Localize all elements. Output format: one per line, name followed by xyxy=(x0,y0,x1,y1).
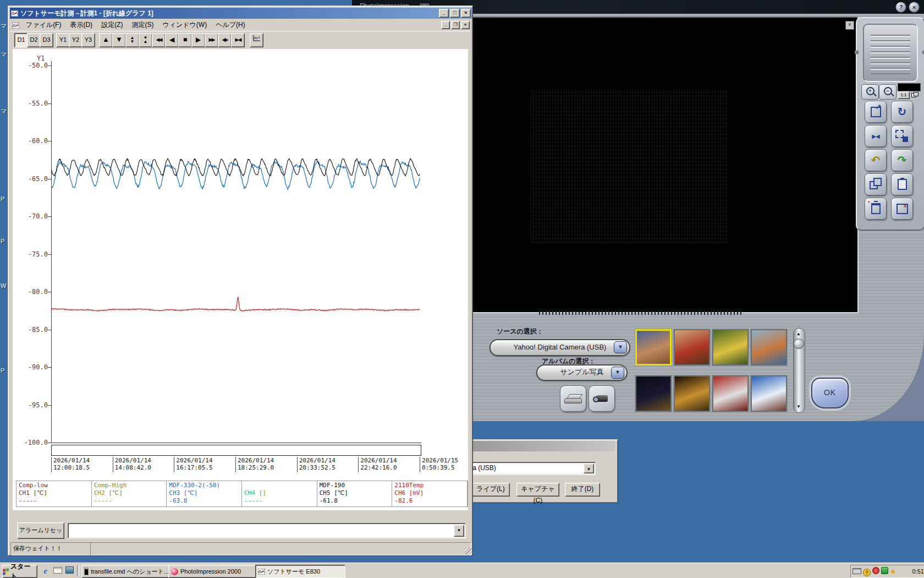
scroll-down-icon[interactable]: ▼ xyxy=(794,402,803,411)
alert-tray-icon[interactable]: ? xyxy=(863,566,871,576)
zoom-1to1-button[interactable]: 1:1 xyxy=(898,91,910,99)
dialog-button-キャプチャ(C)[interactable]: キャプチャ(C) xyxy=(516,483,559,497)
menu-ファイル(F)[interactable]: ファイル(F) xyxy=(21,20,65,30)
x-tick-label: 2026/01/1420:33:52.5 xyxy=(297,457,352,472)
chevron-down-icon[interactable]: ▼ xyxy=(584,464,594,473)
ok-button[interactable]: OK xyxy=(811,378,849,408)
toolbar-D1-button[interactable]: D1 xyxy=(14,33,28,47)
copy-button[interactable] xyxy=(865,173,887,195)
cascade-windows-icon[interactable] xyxy=(910,91,920,98)
close-button[interactable]: × xyxy=(909,2,920,13)
alarm-combo[interactable]: ▼ xyxy=(68,523,466,538)
scanner-button[interactable] xyxy=(560,385,586,412)
redo-button[interactable]: ↷ xyxy=(891,149,913,171)
legend-cell-CH4: CH4 []----- xyxy=(242,481,317,506)
record-tray-icon[interactable] xyxy=(872,566,879,576)
toolbar-down-icon[interactable]: ▼ xyxy=(112,33,126,47)
resize-grip[interactable] xyxy=(465,548,471,554)
taskbar-task-2[interactable]: PhotoImpression 2000 xyxy=(168,565,258,578)
toolbar-Y2-button[interactable]: Y2 xyxy=(69,33,82,47)
thumbnail-sky-clouds[interactable] xyxy=(751,375,787,412)
thumbnail-rock-spires[interactable] xyxy=(635,329,672,366)
chevron-down-icon[interactable]: ▼ xyxy=(611,367,624,379)
preview-close-icon[interactable]: × xyxy=(845,21,854,30)
y-tick-label: -55.0 xyxy=(15,100,48,107)
favorites-tray-icon[interactable]: ★ xyxy=(890,566,897,576)
x-axis-line xyxy=(51,443,421,443)
crop-rotate-button[interactable] xyxy=(891,125,913,147)
thumbnail-lighthouse[interactable] xyxy=(712,375,749,412)
toolbar-out-icon[interactable]: ◀▶ xyxy=(218,33,232,47)
zoom-lcd xyxy=(898,83,921,91)
camcorder-button[interactable] xyxy=(588,385,615,412)
network-tray-icon[interactable] xyxy=(881,566,888,576)
thumbnail-cardinal-bird[interactable] xyxy=(674,329,710,366)
source-select-dropdown[interactable]: Yahoo! Digital Camera (USB) ▼ xyxy=(490,339,630,356)
tray-icons: ?★ xyxy=(853,566,897,576)
toolbar-left-icon[interactable]: ◀ xyxy=(165,33,179,47)
menu-表示(D)[interactable]: 表示(D) xyxy=(65,20,97,30)
minimize-button[interactable]: _ xyxy=(439,9,449,18)
delete-button[interactable]: * xyxy=(865,198,887,220)
windows-flag-icon xyxy=(3,568,9,575)
menu-測定(S)[interactable]: 測定(S) xyxy=(127,20,158,30)
toolbar-rew-icon[interactable]: ◀◀ xyxy=(152,33,166,47)
toolbar-right-icon[interactable]: ▶ xyxy=(191,33,205,47)
scroll-up-icon[interactable]: ▲ xyxy=(794,330,803,338)
toolbar-in-icon[interactable]: ▶◀ xyxy=(231,33,245,47)
album-select-dropdown[interactable]: サンプル写真 ▼ xyxy=(536,364,628,381)
menu-ウィンドウ(W)[interactable]: ウィンドウ(W) xyxy=(158,20,211,30)
taskbar-task-1[interactable]: transfile.cmd へのショート... xyxy=(81,565,172,578)
paste-button[interactable] xyxy=(891,173,913,195)
overview-scroll-box[interactable] xyxy=(51,445,421,456)
taskbar-task-3[interactable]: ソフトサーモ E830 xyxy=(255,565,345,578)
toolbar-D3-button[interactable]: D3 xyxy=(40,33,53,47)
preview-slider-ticks[interactable] xyxy=(539,311,744,315)
rotate-button[interactable]: ↻ xyxy=(891,101,913,123)
menu-設定(Z)[interactable]: 設定(Z) xyxy=(97,20,127,30)
chevron-down-icon[interactable]: ▼ xyxy=(614,341,627,353)
desktop-quicklaunch-icon[interactable] xyxy=(65,566,74,575)
desktop-icon-label-fragment: マ xyxy=(1,51,7,59)
chevron-down-icon[interactable]: ▼ xyxy=(454,525,464,537)
toolbar-updown-icon[interactable]: ▲▼ xyxy=(125,33,139,47)
toolbar-Y3-button[interactable]: Y3 xyxy=(81,33,95,47)
help-button[interactable]: ? xyxy=(895,2,906,13)
menu-ヘルプ(H)[interactable]: ヘルプ(H) xyxy=(211,20,250,30)
dialog-button-ライブ(L)[interactable]: ライブ(L) xyxy=(471,483,510,497)
flip-button[interactable]: ▶◀ xyxy=(865,125,887,147)
frame-button[interactable]: × xyxy=(891,198,913,220)
toolbar-Y1-button[interactable]: Y1 xyxy=(56,33,70,47)
toolbar-graph-icon[interactable] xyxy=(250,33,263,47)
ie-quicklaunch-icon[interactable]: e xyxy=(41,566,50,575)
printer-tray-icon[interactable] xyxy=(853,566,861,576)
toolbar-stop-icon[interactable]: ■ xyxy=(178,33,192,47)
toolbar-D2-button[interactable]: D2 xyxy=(27,33,41,47)
resize-button[interactable] xyxy=(865,101,887,123)
thumbnail-yellow-flowers[interactable] xyxy=(712,329,749,366)
toolbar-hourglass-icon[interactable]: ▼▲ xyxy=(139,33,152,47)
mdi-restore-button[interactable]: ❐ xyxy=(451,21,460,29)
maximize-button[interactable]: □ xyxy=(450,9,460,18)
zoom-out-button[interactable]: − xyxy=(879,84,897,100)
thumbnail-gold-weave[interactable] xyxy=(674,375,710,412)
close-button[interactable]: × xyxy=(461,9,471,18)
thumbnail-night-skyline[interactable] xyxy=(635,375,672,412)
mdi-close-button[interactable]: × xyxy=(461,21,470,29)
source-select-value: Yahoo! Digital Camera (USB) xyxy=(514,343,607,351)
toolbar-up-icon[interactable]: ▲ xyxy=(99,33,113,47)
alarm-reset-button[interactable]: アラームリセット xyxy=(17,522,64,539)
zoom-in-button[interactable]: + xyxy=(861,84,879,100)
start-button[interactable]: スタート xyxy=(2,565,37,578)
thermo-titlebar[interactable]: ソフトサーモ計測－計測1 - [折れ線グラフ 1] _ □ × xyxy=(10,8,472,19)
scrollbar-thumb[interactable] xyxy=(794,339,804,349)
undo-button[interactable]: ↶ xyxy=(865,149,887,171)
thumbnail-harbor-town[interactable] xyxy=(751,329,787,366)
dialog-button-終了(D)[interactable]: 終了(D) xyxy=(565,483,600,497)
mdi-minimize-button[interactable]: _ xyxy=(441,21,450,29)
x-tick-label: 2026/01/150:50:39.5 xyxy=(420,457,468,472)
desktop-icon-label-fragment: P xyxy=(1,367,7,374)
mail-quicklaunch-icon[interactable] xyxy=(53,566,62,575)
thumbnail-scrollbar[interactable]: ▲ ▼ xyxy=(793,328,805,413)
toolbar-ffwd-icon[interactable]: ▶▶ xyxy=(205,33,218,47)
